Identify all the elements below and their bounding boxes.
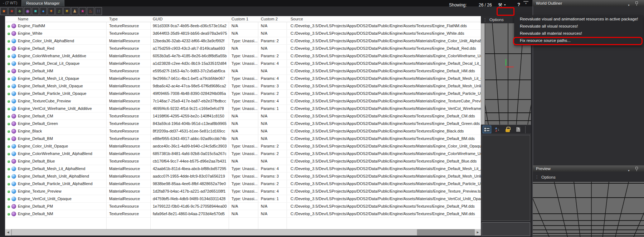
- table-row[interactable]: Engine_Default_GreenTextureResource843a5…: [6, 120, 481, 127]
- filter-light-button[interactable]: ☀: [63, 7, 70, 15]
- filter-animation-button[interactable]: ★: [79, 7, 86, 15]
- cell-custom2: Params: 2: [261, 144, 289, 148]
- filter-material-button[interactable]: ●: [40, 7, 47, 15]
- scrollbar-thumb[interactable]: [11, 229, 417, 236]
- horizontal-scrollbar[interactable]: ◄ ►: [5, 229, 481, 236]
- cell-custom1: N/A: [231, 31, 259, 35]
- resource-filter-toolbar: ★★♣◉■●✶♫☀♟★♨∷: [0, 6, 532, 16]
- preview-3d-viewport[interactable]: [533, 182, 644, 237]
- table-row[interactable]: Engine_ColorWireframe_Unlit_AdditiveMate…: [6, 52, 481, 60]
- cell-source: C:/Develop_3.5/Dev/LSProjects/Apps/DOS2/…: [291, 46, 481, 50]
- table-row[interactable]: Engine_Default_HMTextureResourcee595d27f…: [6, 67, 481, 75]
- cell-name: Engine_Default_Mesh_Unlit_Opaque: [18, 84, 105, 88]
- tools-dropdown-button[interactable]: ⚒ ▼: [498, 1, 513, 8]
- menu-item-fix-resource-source-paths[interactable]: Fix resource source paths...: [514, 37, 643, 44]
- filter-character-red-button[interactable]: ★: [8, 7, 15, 15]
- world-outliner-header[interactable]: World Outliner ▼: [533, 0, 644, 6]
- filter-animationset-icon: ■: [34, 9, 36, 13]
- table-row[interactable]: Engine_Default_Decal_Lit_OpaqueMaterialR…: [6, 60, 481, 67]
- filter-character-orange-button[interactable]: ★: [0, 7, 8, 15]
- scroll-right-icon[interactable]: ►: [475, 229, 481, 236]
- table-row[interactable]: Engine_Default_Mesh_Lit_OpaqueMaterialRe…: [6, 75, 481, 82]
- status-green-icon: [8, 205, 10, 208]
- table-row[interactable]: Engine_Default_BMTextureResourcee88ef955…: [6, 135, 481, 142]
- filter-creature-button[interactable]: ♟: [71, 7, 78, 15]
- editor-window: - (7 WT) Resource Manager ▼ ★★♣◉■●✶♫☀♟★♨…: [0, 0, 644, 237]
- column-header-type[interactable]: Type: [109, 17, 118, 21]
- cell-name: Engine_Default_Particle_Unlit_Opaque: [18, 91, 105, 96]
- table-row[interactable]: Engine_Color_Unlit_AlphaBlendMaterialRes…: [6, 37, 481, 45]
- pin-icon[interactable]: [635, 167, 638, 169]
- filter-sound-button[interactable]: ♫: [55, 7, 63, 15]
- filter-animationset-button[interactable]: ■: [32, 7, 39, 15]
- help-button[interactable]: ?: [517, 2, 520, 7]
- table-row[interactable]: Engine_Default_CMTextureResource14198f06…: [6, 112, 481, 120]
- column-header-guid[interactable]: GUID: [153, 17, 163, 21]
- cell-custom1: N/A: [231, 114, 259, 118]
- cell-custom2: Params: 2: [261, 151, 289, 156]
- cell-name: Engine_Color_Unlit_AlphaBlend: [18, 39, 105, 43]
- pin-icon[interactable]: [635, 1, 638, 4]
- cell-source: C:/Develop_3.5/Dev/LSProjects/Apps/DOS2/…: [291, 39, 481, 43]
- cell-custom1: Type: Unassi...: [231, 151, 259, 156]
- table-row[interactable]: Engine_Default_RedTextureResourcea175d25…: [6, 45, 481, 52]
- table-row[interactable]: Engine_ColorWireframe_Unlit_AlphaBlendMa…: [6, 150, 481, 158]
- menu-item-reevaluate-all-material-resources[interactable]: Reevaluate all material resources!: [514, 30, 643, 37]
- table-row[interactable]: Engine_Default_Particle_Unlit_AlphaBlend…: [6, 180, 481, 188]
- sort-az-button[interactable]: AZ ↓: [493, 126, 502, 133]
- column-header-name[interactable]: Name: [18, 17, 28, 21]
- filter-effect-icon: ✶: [49, 9, 53, 13]
- scroll-left-icon[interactable]: ◄: [5, 229, 11, 236]
- table-row[interactable]: Engine_WhiteTextureResource3d644f03-35d9…: [6, 30, 481, 37]
- preview-header[interactable]: Preview ▼: [533, 165, 644, 172]
- table-row[interactable]: Engine_Default_Mesh_Lit_AlphaBlendMateri…: [6, 165, 481, 173]
- table-row[interactable]: Engine_Default_BlueTextureResourcecb176f…: [6, 158, 481, 165]
- list-view-button[interactable]: [483, 126, 491, 133]
- cell-custom1: Type: Unassi...: [231, 197, 259, 201]
- cell-custom1: N/A: [231, 204, 259, 208]
- tab-resource-manager[interactable]: Resource Manager: [21, 0, 64, 6]
- cell-source: C:/Develop_3.5/Dev/LSProjects/Apps/DOS2/…: [291, 61, 481, 66]
- table-row[interactable]: Engine_Color_Unlit_OpaqueMaterialResourc…: [6, 142, 481, 150]
- table-row[interactable]: Engine_Default_Mesh_Unlit_OpaqueMaterial…: [6, 82, 481, 90]
- table-row[interactable]: Engine_VertCol_Wireframe_Unlit_AdditiveM…: [6, 105, 481, 112]
- cell-custom2: Params: 2: [261, 91, 289, 96]
- table-row[interactable]: Engine_Default_Particle_Unlit_OpaqueMate…: [6, 90, 481, 97]
- outliner-empty-list[interactable]: [482, 135, 530, 221]
- filter-character-red-icon: ★: [10, 9, 14, 13]
- preview-options-button[interactable]: ⋮ Options: [533, 172, 644, 182]
- column-header-source[interactable]: Source: [291, 17, 303, 21]
- table-row[interactable]: Engine_Default_NMTextureResourcefafa96ef…: [6, 210, 481, 218]
- page-button[interactable]: [514, 126, 522, 133]
- table-row[interactable]: Engine_BlackTextureResource8f1f209a-dd37…: [6, 127, 481, 135]
- cell-guid: 9e2966c7-b61c-4bc1-bef1-a79cb5fde067: [153, 76, 229, 81]
- cell-custom2: Params: 4: [261, 99, 289, 103]
- filter-particles-button[interactable]: ∷: [95, 7, 102, 15]
- cell-custom2: Params: 2: [261, 182, 289, 186]
- cell-guid: 4695f4c6-9232-4f1d-9c21-c166e0efcd78: [153, 106, 229, 111]
- cell-custom2: Params: 3: [261, 174, 289, 178]
- menu-item-reevaluate-visual-and-animationset-resources-in-active-package[interactable]: Reevaluate visual and animationset resou…: [514, 15, 643, 23]
- vertical-scrollbar[interactable]: [481, 23, 485, 125]
- sort-az-icon: AZ: [495, 127, 497, 132]
- menu-item-reevaluate-all-visual-resources[interactable]: Reevaluate all visual resources!: [514, 23, 643, 30]
- filter-fire-button[interactable]: ♨: [87, 7, 94, 15]
- lock-button[interactable]: [503, 126, 512, 133]
- column-header-custom-1[interactable]: Custom 1: [231, 17, 248, 21]
- panel-menu-icon[interactable]: ▼: [523, 1, 528, 5]
- filter-effect-button[interactable]: ✶: [48, 7, 55, 15]
- cell-source: C:/Develop_3.5/Dev/LSProjects/Apps/DOS2/…: [291, 99, 481, 103]
- table-row[interactable]: Engine_TextureCube_PreviewMaterialResour…: [6, 97, 481, 105]
- cell-custom2: Params: 2: [261, 54, 289, 58]
- cell-custom1: N/A: [231, 46, 259, 50]
- filter-foliage-button[interactable]: ♣: [16, 7, 23, 15]
- filter-texture-button[interactable]: ◉: [24, 7, 31, 15]
- table-row[interactable]: Engine_Default_PMTextureResource1e799122…: [6, 203, 481, 210]
- tab-world[interactable]: - (7 WT): [3, 1, 17, 5]
- table-row[interactable]: Engine_Default_Mesh_Unlit_AlphaBlendMate…: [6, 173, 481, 180]
- table-row[interactable]: Engine_Texture_PreviewMaterialResource1d…: [6, 188, 481, 195]
- table-row[interactable]: Engine_FlatNMTextureResource961d330f-9ca…: [6, 22, 481, 30]
- cell-name: Engine_Default_Red: [18, 46, 105, 50]
- table-row[interactable]: Engine_VertCol_Unlit_OpaqueMaterialResou…: [6, 195, 481, 203]
- column-header-custom-2[interactable]: Custom 2: [261, 17, 278, 21]
